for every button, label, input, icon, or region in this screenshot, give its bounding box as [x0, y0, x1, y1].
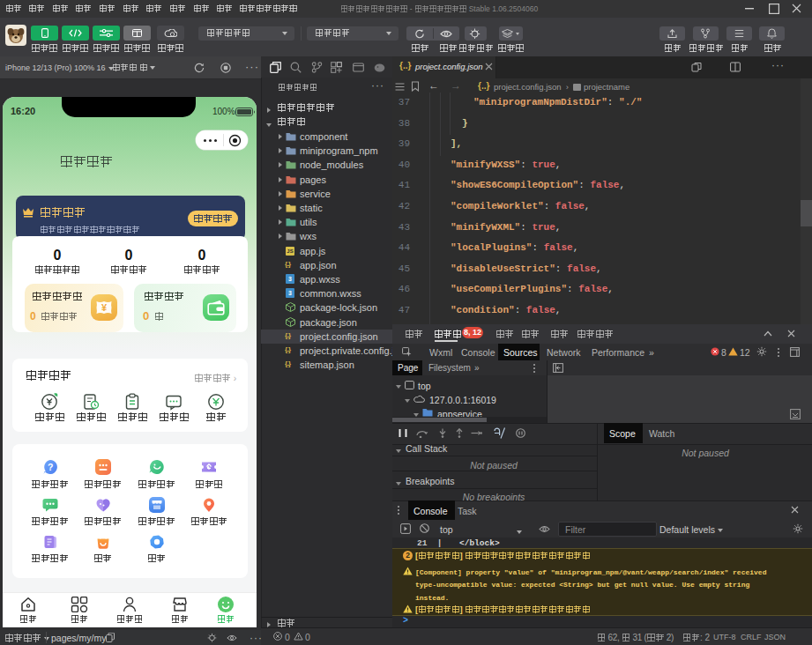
svg-text:?: ?: [48, 462, 53, 472]
svg-text:¥: ¥: [101, 302, 108, 313]
